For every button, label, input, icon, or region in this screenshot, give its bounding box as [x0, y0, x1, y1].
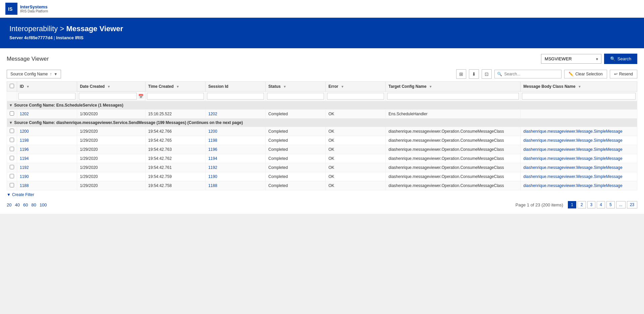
row-checkbox[interactable]	[10, 138, 14, 142]
row-session-link[interactable]: 1196	[208, 147, 217, 152]
row-id-link[interactable]: 1196	[20, 147, 29, 152]
page-num-2[interactable]: 2	[578, 201, 586, 208]
row-id-link[interactable]: 1200	[20, 129, 29, 134]
page-size-40[interactable]: 40	[15, 202, 19, 207]
row-time-created: 19:54:42.762	[145, 154, 205, 163]
pagination-row: 20406080100 Page 1 of 23 (200 items) 123…	[7, 201, 637, 208]
row-checkbox[interactable]	[10, 183, 14, 187]
filter-session-input[interactable]	[207, 93, 264, 100]
row-session-link[interactable]: 1192	[208, 165, 217, 170]
filter-status-input[interactable]	[267, 93, 324, 100]
page-num-1[interactable]: 1	[568, 201, 576, 208]
search-input[interactable]	[494, 70, 561, 78]
row-msgbody-link[interactable]: diashenrique.messageviewer.Message.Simpl…	[523, 156, 623, 161]
target-filter-icon[interactable]: ▼	[429, 85, 432, 88]
filter-target-input[interactable]	[387, 93, 519, 100]
row-checkbox[interactable]	[10, 174, 14, 178]
filter-id-input[interactable]	[18, 93, 75, 100]
filter-msgbody-input[interactable]	[522, 93, 636, 100]
resend-button[interactable]: ↩ Resend	[610, 70, 637, 78]
row-session-link[interactable]: 1190	[208, 174, 217, 179]
id-filter-icon[interactable]: ▼	[26, 85, 30, 88]
calendar-icon[interactable]: 📅	[138, 94, 144, 99]
row-session-link[interactable]: 1202	[208, 112, 217, 116]
page-size-100[interactable]: 100	[40, 202, 47, 207]
row-checkbox[interactable]	[10, 165, 14, 169]
row-session-link[interactable]: 1188	[208, 183, 217, 188]
search-button[interactable]: 🔍 Search	[604, 54, 637, 64]
row-msgbody-link[interactable]: diashenrique.messageviewer.Message.Simpl…	[523, 138, 623, 143]
page-num-...[interactable]: ...	[616, 201, 626, 208]
row-session-link[interactable]: 1194	[208, 156, 217, 161]
row-msgbody-link[interactable]: diashenrique.messageviewer.Message.Simpl…	[523, 147, 623, 152]
clear-selection-button[interactable]: ✏️ Clear Selection	[564, 70, 607, 78]
col-id[interactable]: ID ▼	[17, 82, 77, 91]
row-msgbody-link[interactable]: diashenrique.messageviewer.Message.Simpl…	[523, 174, 623, 179]
row-msgbody-link[interactable]: diashenrique.messageviewer.Message.Simpl…	[523, 165, 623, 170]
row-checkbox[interactable]	[10, 156, 14, 160]
create-filter-link[interactable]: ▼ Create Filter	[7, 192, 637, 197]
page-size-20[interactable]: 20	[7, 202, 11, 207]
page-num-23[interactable]: 23	[627, 201, 637, 208]
col-error[interactable]: Error ▼	[326, 82, 386, 91]
msgbody-filter-icon[interactable]: ▼	[578, 85, 581, 88]
col-date-created[interactable]: Date Created ▼	[77, 82, 146, 91]
filter-id	[17, 91, 77, 101]
col-session-id[interactable]: Session Id	[205, 82, 265, 91]
row-checkbox[interactable]	[10, 147, 14, 151]
pagination-right: Page 1 of 23 (200 items) 12345...23	[516, 201, 637, 208]
row-error: OK	[326, 172, 386, 181]
fullscreen-button[interactable]: ⊞	[456, 69, 466, 79]
date-filter-icon[interactable]: ▼	[107, 85, 111, 88]
group-toggle-icon[interactable]: ▾	[10, 103, 12, 108]
row-session-link[interactable]: 1198	[208, 138, 217, 143]
logo-name: InterSystems	[20, 4, 48, 10]
namespace-dropdown[interactable]: MSGVIEWER	[541, 54, 601, 64]
sort-up-icon: ↑	[50, 72, 52, 76]
group-name: Source Config Name: Ens.ScheduleService …	[14, 103, 123, 108]
row-session-id: 1198	[205, 136, 265, 145]
row-time-created: 19:54:42.759	[145, 172, 205, 181]
row-date-created: 1/29/2020	[77, 154, 146, 163]
page-num-5[interactable]: 5	[606, 201, 615, 208]
filter-time-input[interactable]	[147, 93, 204, 100]
col-time-created[interactable]: Time Created ▼	[145, 82, 205, 91]
row-id-link[interactable]: 1198	[20, 138, 29, 143]
col-target-config-name[interactable]: Target Config Name ▼	[386, 82, 521, 91]
page-sizes: 20406080100	[7, 202, 47, 207]
row-id-link[interactable]: 1192	[20, 165, 29, 170]
filter-date-input[interactable]	[79, 93, 137, 100]
table-row: 1196 1/29/2020 19:54:42.763 1196 Complet…	[7, 145, 637, 154]
source-config-pill: Source Config Name ↑ ▼	[7, 70, 61, 78]
row-time-created: 19:54:42.758	[145, 181, 205, 190]
row-session-link[interactable]: 1200	[208, 129, 217, 134]
page-size-80[interactable]: 80	[31, 202, 36, 207]
error-filter-icon[interactable]: ▼	[341, 85, 344, 88]
row-checkbox[interactable]	[10, 129, 14, 133]
filter-error-input[interactable]	[327, 93, 384, 100]
select-all-checkbox[interactable]	[10, 84, 14, 88]
col-status[interactable]: Status ▼	[266, 82, 326, 91]
table-row: 1192 1/29/2020 19:54:42.761 1192 Complet…	[7, 163, 637, 172]
row-msgbody-class: diashenrique.messageviewer.Message.Simpl…	[521, 136, 637, 145]
group-toggle-icon[interactable]: ▾	[10, 120, 12, 125]
col-message-body-class-name[interactable]: Message Body Class Name ▼	[521, 82, 637, 91]
copy-button[interactable]: ⊡	[482, 69, 492, 79]
namespace-dropdown-wrapper[interactable]: MSGVIEWER	[541, 54, 601, 64]
row-target-config: diashenrique.messageviewer.Operation.Con…	[386, 154, 521, 163]
filter-checkbox-cell	[7, 91, 17, 101]
row-id-link[interactable]: 1202	[20, 112, 29, 116]
status-filter-icon[interactable]: ▼	[283, 85, 286, 88]
row-id-link[interactable]: 1188	[20, 183, 29, 188]
export-button[interactable]: ⬇	[469, 69, 479, 79]
row-status: Completed	[266, 145, 326, 154]
row-msgbody-link[interactable]: diashenrique.messageviewer.Message.Simpl…	[523, 183, 623, 188]
row-msgbody-link[interactable]: diashenrique.messageviewer.Message.Simpl…	[523, 129, 623, 134]
page-size-60[interactable]: 60	[23, 202, 28, 207]
row-id-link[interactable]: 1194	[20, 156, 29, 161]
row-id-link[interactable]: 1190	[20, 174, 29, 179]
page-num-3[interactable]: 3	[587, 201, 596, 208]
time-filter-icon[interactable]: ▼	[176, 85, 179, 88]
row-checkbox[interactable]	[10, 111, 14, 116]
page-num-4[interactable]: 4	[597, 201, 605, 208]
